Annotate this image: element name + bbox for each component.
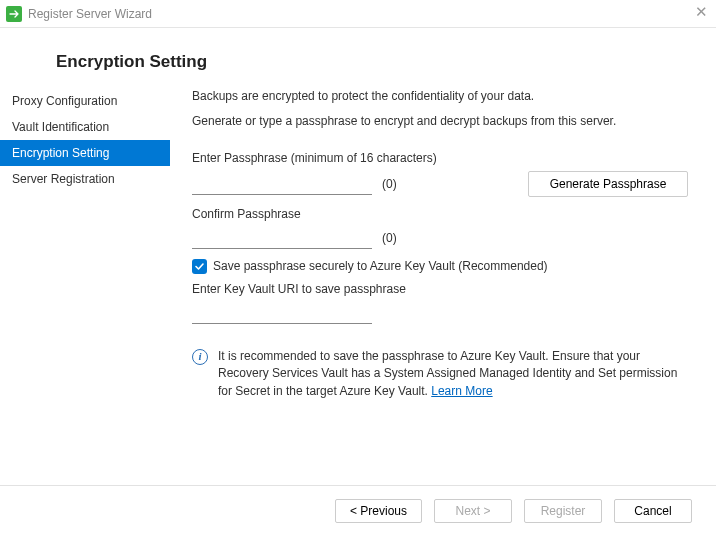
previous-button[interactable]: < Previous — [335, 499, 422, 523]
enter-passphrase-label: Enter Passphrase (minimum of 16 characte… — [192, 151, 694, 165]
info-block: i It is recommended to save the passphra… — [192, 348, 694, 400]
cancel-button[interactable]: Cancel — [614, 499, 692, 523]
save-keyvault-label: Save passphrase securely to Azure Key Va… — [213, 259, 548, 273]
keyvault-uri-input[interactable] — [192, 302, 372, 324]
enter-passphrase-counter: (0) — [382, 177, 397, 191]
sidebar-item-proxy[interactable]: Proxy Configuration — [0, 88, 170, 114]
save-keyvault-checkbox[interactable] — [192, 259, 207, 274]
learn-more-link[interactable]: Learn More — [431, 384, 492, 398]
next-button[interactable]: Next > — [434, 499, 512, 523]
intro-line-1: Backups are encrypted to protect the con… — [192, 88, 694, 105]
app-icon — [6, 6, 22, 22]
sidebar-item-registration[interactable]: Server Registration — [0, 166, 170, 192]
close-icon[interactable]: ✕ — [695, 4, 708, 19]
content-area: Backups are encrypted to protect the con… — [170, 88, 716, 481]
sidebar-item-encryption[interactable]: Encryption Setting — [0, 140, 170, 166]
keyvault-uri-label: Enter Key Vault URI to save passphrase — [192, 282, 694, 296]
intro-line-2: Generate or type a passphrase to encrypt… — [192, 113, 694, 130]
wizard-footer: < Previous Next > Register Cancel — [0, 485, 716, 535]
wizard-steps-sidebar: Proxy Configuration Vault Identification… — [0, 88, 170, 481]
info-text-wrap: It is recommended to save the passphrase… — [218, 348, 694, 400]
window-title: Register Server Wizard — [28, 7, 152, 21]
page-title: Encryption Setting — [56, 52, 716, 72]
confirm-passphrase-input[interactable] — [192, 227, 372, 249]
register-button[interactable]: Register — [524, 499, 602, 523]
page-header: Encryption Setting — [0, 28, 716, 88]
enter-passphrase-input[interactable] — [192, 173, 372, 195]
info-icon: i — [192, 349, 208, 365]
generate-passphrase-button[interactable]: Generate Passphrase — [528, 171, 688, 197]
sidebar-item-vault[interactable]: Vault Identification — [0, 114, 170, 140]
title-bar: Register Server Wizard ✕ — [0, 0, 716, 28]
confirm-passphrase-label: Confirm Passphrase — [192, 207, 694, 221]
confirm-passphrase-counter: (0) — [382, 231, 397, 245]
